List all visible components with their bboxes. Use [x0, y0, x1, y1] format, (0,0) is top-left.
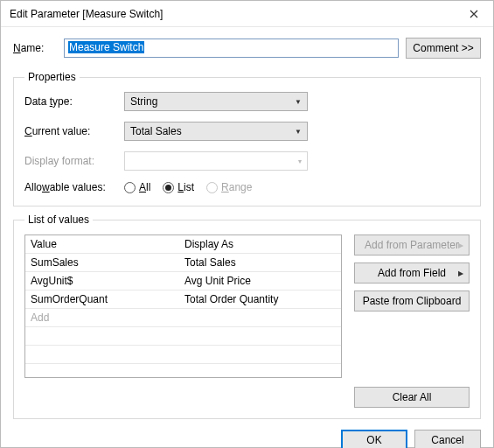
table-row[interactable]: AvgUnit$ Avg Unit Price: [25, 272, 341, 290]
close-icon: [470, 10, 478, 18]
name-row: Name: Measure Switch Comment >>: [13, 38, 481, 59]
grid-header: Value Display As: [25, 235, 341, 254]
header-display: Display As: [179, 238, 341, 250]
cell-value: SumSales: [25, 256, 179, 269]
close-button[interactable]: [454, 1, 493, 27]
current-value-value: Total Sales: [130, 125, 182, 137]
ok-button[interactable]: OK: [341, 430, 407, 448]
cell-display: Total Sales: [179, 256, 341, 269]
allowable-range-radio: Range: [206, 181, 252, 193]
data-type-value: String: [130, 95, 157, 108]
list-buttons: Add from Parameter▶ Add from Field▶ Past…: [354, 234, 470, 378]
table-row[interactable]: SumSales Total Sales: [25, 254, 341, 272]
table-row[interactable]: SumOrderQuant Total Order Quantity: [25, 290, 341, 309]
chevron-right-icon: ▶: [458, 270, 463, 277]
data-type-row: Data type: String ▼: [24, 92, 470, 111]
chevron-down-icon: ▾: [298, 158, 302, 165]
cell-value: SumOrderQuant: [25, 293, 179, 305]
header-value: Value: [25, 238, 179, 250]
dialog-window: Edit Parameter [Measure Switch] Name: Me…: [0, 0, 494, 448]
clear-row: Clear All: [24, 387, 470, 408]
cell-display: Avg Unit Price: [179, 275, 341, 287]
clear-all-button[interactable]: Clear All: [354, 387, 470, 408]
list-body: Value Display As SumSales Total Sales Av…: [24, 234, 470, 378]
paste-from-clipboard-button[interactable]: Paste from Clipboard: [354, 290, 470, 312]
properties-legend: Properties: [24, 71, 80, 83]
cell-display: Total Order Quantity: [179, 293, 341, 305]
allowable-values-label: Allowable values:: [24, 181, 124, 193]
add-row[interactable]: Add: [25, 309, 341, 327]
empty-row: [25, 346, 341, 364]
current-value-label: Current value:: [24, 125, 124, 137]
values-grid[interactable]: Value Display As SumSales Total Sales Av…: [24, 234, 342, 378]
data-type-label: Data type:: [24, 95, 124, 108]
list-of-values-group: List of values Value Display As SumSales…: [13, 214, 481, 419]
chevron-right-icon: ▶: [458, 242, 463, 249]
chevron-down-icon: ▼: [295, 128, 302, 136]
display-format-select: ▾: [124, 151, 308, 171]
allowable-values-row: Allowable values: All List Range: [24, 181, 470, 193]
list-legend: List of values: [24, 214, 93, 226]
comment-button[interactable]: Comment >>: [406, 38, 481, 59]
name-input[interactable]: Measure Switch: [64, 38, 399, 58]
radio-icon: [206, 182, 218, 193]
allowable-values-radios: All List Range: [124, 181, 252, 193]
cell-value: AvgUnit$: [25, 275, 179, 287]
empty-row: [25, 327, 341, 346]
display-format-row: Display format: ▾: [24, 151, 470, 171]
current-value-select[interactable]: Total Sales ▼: [124, 122, 308, 141]
display-format-label: Display format:: [24, 155, 124, 167]
radio-icon: [124, 182, 136, 193]
allowable-all-radio[interactable]: All: [124, 181, 150, 193]
data-type-select[interactable]: String ▼: [124, 92, 308, 111]
client-area: Name: Measure Switch Comment >> Properti…: [1, 27, 493, 448]
add-from-field-button[interactable]: Add from Field▶: [354, 262, 470, 284]
name-input-text: Measure Switch: [68, 41, 144, 53]
add-from-parameter-button: Add from Parameter▶: [354, 234, 470, 256]
cancel-button[interactable]: Cancel: [414, 430, 481, 448]
window-title: Edit Parameter [Measure Switch]: [10, 8, 163, 20]
chevron-down-icon: ▼: [295, 98, 302, 106]
dialog-footer: OK Cancel: [13, 430, 481, 448]
add-label: Add: [25, 312, 179, 324]
radio-icon: [163, 182, 174, 193]
current-value-row: Current value: Total Sales ▼: [24, 122, 470, 141]
titlebar: Edit Parameter [Measure Switch]: [1, 1, 493, 27]
name-label: Name:: [13, 42, 64, 54]
properties-group: Properties Data type: String ▼ Current v…: [13, 71, 481, 206]
allowable-list-radio[interactable]: List: [163, 181, 194, 193]
